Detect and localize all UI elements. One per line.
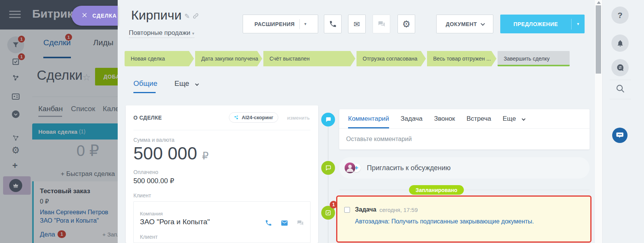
pipeline-selector[interactable]: Повторные продажи (129, 29, 194, 38)
client-label: Клиент (133, 192, 151, 199)
divider (133, 130, 310, 130)
task-label: Задача (355, 206, 376, 213)
currency-symbol: ₽ (202, 150, 209, 162)
email-button[interactable] (348, 15, 366, 33)
tab-general[interactable]: Общие (133, 79, 157, 88)
entity-chip-label: СДЕЛКА (92, 13, 117, 19)
deal-title[interactable]: Кирпичи (131, 8, 182, 23)
tab-task[interactable]: Задача (401, 115, 422, 123)
timeline-connector (328, 126, 329, 243)
edit-link[interactable]: изменить (287, 115, 310, 121)
comment-stream-icon (321, 113, 335, 126)
messenger-button[interactable] (611, 59, 629, 76)
email-icon[interactable] (281, 219, 288, 228)
document-button[interactable]: ДОКУМЕНТ (436, 15, 493, 33)
avatar (345, 163, 355, 173)
client-label-2: Клиент (140, 234, 158, 240)
company-actions (256, 219, 304, 228)
stage-item[interactable]: Весь товар отгружен ... (427, 51, 496, 66)
invite-to-discussion[interactable]: + Пригласить к обсуждению (339, 157, 590, 179)
comment-input[interactable]: Оставьте комментарий (339, 129, 590, 143)
chevron-down-icon (304, 21, 307, 26)
call-button[interactable] (324, 15, 342, 33)
paid-label: Оплачено (133, 169, 158, 175)
timeline-tabs: Комментарий Задача Звонок Встреча Еще (339, 109, 590, 129)
search-button[interactable] (615, 84, 625, 95)
stage-item-final[interactable]: Завершить сделку (498, 51, 570, 66)
task-time: сегодня, 17:59 (380, 207, 418, 213)
paid-value: 500 000.00 ₽ (133, 177, 174, 185)
chevron-down-icon (522, 117, 526, 121)
slider-scrollbar[interactable] (595, 0, 602, 243)
tab-comment[interactable]: Комментарий (348, 115, 389, 123)
chat-icon[interactable] (297, 219, 304, 228)
task-stream-badge: 1 (330, 201, 337, 209)
messenger-icon (616, 64, 624, 72)
invite-label: Пригласить к обсуждению (367, 164, 451, 172)
scroll-up-icon[interactable] (597, 1, 601, 4)
phone-icon[interactable] (265, 219, 272, 228)
client-box: Компания ЗАО "Рога и Копыта" Клиент (133, 201, 310, 243)
planned-badge: Запланировано (409, 185, 464, 195)
bell-icon (616, 39, 624, 47)
divider (299, 19, 300, 29)
about-header: О СДЕЛКЕ (133, 115, 162, 121)
tab-more[interactable]: Еще (503, 115, 524, 123)
divider (610, 99, 631, 99)
help-button[interactable]: ? (611, 7, 629, 24)
chevron-down-icon (481, 21, 485, 25)
stage-item[interactable]: Дата закупки получена (195, 51, 262, 66)
slider-dim-overlay[interactable] (0, 0, 118, 243)
stage-item[interactable]: Отгрузка согласована (356, 51, 426, 66)
stage-item[interactable]: Счёт выставлен (263, 51, 355, 66)
entity-chip[interactable]: СДЕЛКА (72, 6, 118, 26)
bitrix24-deal-screen: Битрикс24 1 1 Сделки 1 (0, 0, 644, 243)
divider (339, 190, 590, 190)
chevron-down-icon[interactable] (572, 21, 585, 26)
chevron-down-icon (195, 82, 199, 86)
tab-more[interactable]: Еще (174, 79, 198, 88)
chevron-down-icon (192, 31, 194, 36)
about-deal-card: О СДЕЛКЕ AI24-скоринг изменить Сумма и в… (126, 105, 318, 243)
right-toolbar: ? (602, 0, 644, 243)
scrollbar-thumb[interactable] (596, 5, 601, 74)
stage-progress-bar (498, 65, 570, 66)
edit-title-icon[interactable] (184, 12, 190, 20)
discussion-icon (321, 161, 335, 175)
tab-call[interactable]: Звонок (434, 115, 455, 123)
close-icon[interactable] (82, 12, 87, 19)
amount-label: Сумма и валюта (133, 137, 174, 143)
copy-link-icon[interactable] (192, 13, 199, 21)
chat-button[interactable] (373, 15, 390, 33)
task-checkbox[interactable] (344, 207, 350, 213)
company-label: Компания (140, 211, 163, 217)
tab-general-underline (133, 92, 156, 93)
tab-meeting[interactable]: Встреча (467, 115, 491, 123)
deal-stage-bar: Новая сделка Дата закупки получена Счёт … (125, 51, 570, 66)
settings-button[interactable] (398, 15, 415, 33)
proposal-button[interactable]: ПРЕДЛОЖЕНИЕ (500, 15, 585, 33)
task-link[interactable]: Автозадача: Получить подписанные закрыва… (337, 213, 590, 225)
group-icon (616, 131, 624, 140)
notifications-button[interactable] (611, 34, 629, 52)
ai-dots-icon (234, 115, 239, 120)
task-timeline-card[interactable]: Задача сегодня, 17:59 Автозадача: Получи… (336, 195, 591, 243)
divider (610, 80, 631, 80)
comment-editor-card: Комментарий Задача Звонок Встреча Еще Ос… (339, 109, 590, 149)
company-name-link[interactable]: ЗАО "Рога и Копыта" (140, 218, 210, 226)
extensions-button[interactable]: РАСШИРЕНИЯ (243, 15, 318, 33)
stage-item[interactable]: Новая сделка (125, 51, 194, 66)
search-icon (615, 84, 625, 94)
task-stream-icon: 1 (321, 206, 335, 220)
group-chat-avatar[interactable] (612, 128, 628, 143)
ai-scoring-badge[interactable]: AI24-скоринг (229, 112, 279, 123)
amount-value[interactable]: 500 000 ₽ (133, 143, 209, 164)
